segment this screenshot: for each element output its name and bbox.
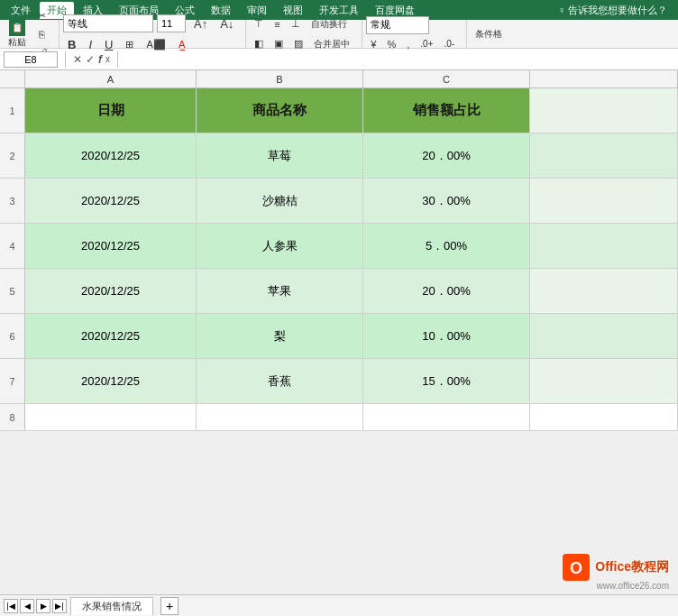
row-num-2: 2 <box>0 133 25 178</box>
product-cell-7[interactable]: 香蕉 <box>197 359 363 403</box>
align-right-button[interactable]: ▨ <box>289 35 307 53</box>
align-top-button[interactable]: ⊤ <box>250 15 268 33</box>
align-bottom-button[interactable]: ⊥ <box>287 15 305 33</box>
currency-button[interactable]: ¥ <box>366 36 380 52</box>
formula-input[interactable] <box>125 51 674 68</box>
percent-button[interactable]: % <box>382 36 400 52</box>
cancel-formula-icon[interactable]: ✕ <box>73 53 82 66</box>
extra-cell-8 <box>530 404 678 430</box>
clipboard-section: 📋 粘贴 ✂ ⎘ 🖌 <box>4 20 60 48</box>
row-num-6: 6 <box>0 314 25 358</box>
column-headers: A B C <box>0 70 678 88</box>
empty-cell-8c[interactable] <box>363 404 530 430</box>
extra-cell-7 <box>530 359 678 403</box>
decimal-dec-button[interactable]: .0- <box>440 36 460 52</box>
conditional-format-button[interactable]: 条件格 <box>471 25 507 43</box>
sales-cell-6[interactable]: 10．00% <box>363 314 530 358</box>
col-header-a[interactable]: A <box>25 70 197 88</box>
corner-cell <box>0 70 25 87</box>
row-num-3: 3 <box>0 179 25 223</box>
sales-cell-7[interactable]: 15．00% <box>363 359 530 403</box>
date-cell-2[interactable]: 2020/12/25 <box>25 133 197 178</box>
product-cell-6[interactable]: 梨 <box>197 314 363 358</box>
extra-cell-2 <box>530 133 678 178</box>
sheet-nav-prev[interactable]: ◀ <box>20 599 34 613</box>
header-sales-cell[interactable]: 销售额占比 <box>363 88 530 133</box>
office-url: www.office26.com <box>597 581 669 591</box>
spreadsheet: A B C 1 日期 商品名称 销售额占比 2 2020/12/25 草莓 20… <box>0 70 678 431</box>
row-num-7: 7 <box>0 359 25 403</box>
date-cell-3[interactable]: 2020/12/25 <box>25 179 197 223</box>
styles-section: 条件格 <box>471 20 514 48</box>
confirm-formula-icon[interactable]: ✓ <box>86 53 95 66</box>
sales-cell-2[interactable]: 20．00% <box>363 133 530 178</box>
date-cell-4[interactable]: 2020/12/25 <box>25 224 197 268</box>
extra-cell-6 <box>530 314 678 358</box>
help-text[interactable]: ♀ 告诉我您想要做什么？ <box>551 2 674 19</box>
extra-cell-3 <box>530 179 678 223</box>
wrap-text-button[interactable]: 自动换行 <box>307 15 352 33</box>
function-suffix: x <box>105 54 110 64</box>
formula-icons: ✕ ✓ fx <box>73 53 110 66</box>
formula-bar-divider <box>65 51 66 68</box>
font-size-input[interactable] <box>157 14 186 32</box>
row-num-5: 5 <box>0 269 25 313</box>
copy-button[interactable]: ⎘ <box>32 26 51 42</box>
toolbar-row1: 📋 粘贴 ✂ ⎘ 🖌 A↑ A↓ B I U ⊞ A⬛ A̲ <box>0 20 678 49</box>
sheet-nav-next[interactable]: ▶ <box>36 599 50 613</box>
sales-cell-4[interactable]: 5．00% <box>363 224 530 268</box>
table-row: 8 <box>0 404 678 431</box>
date-cell-6[interactable]: 2020/12/25 <box>25 314 197 358</box>
formula-bar-divider2 <box>117 51 118 68</box>
add-sheet-button[interactable]: + <box>160 597 179 615</box>
empty-cell-8a[interactable] <box>25 404 197 430</box>
align-middle-button[interactable]: ≡ <box>270 15 284 33</box>
extra-cell-4 <box>530 224 678 268</box>
office-logo-area: O Office教程网 www.office26.com <box>563 554 669 591</box>
insert-function-icon[interactable]: f <box>98 53 102 66</box>
cut-button[interactable]: ✂ <box>32 7 51 24</box>
sales-cell-5[interactable]: 20．00% <box>363 269 530 313</box>
sales-cell-3[interactable]: 30．00% <box>363 179 530 223</box>
header-extra-cell <box>530 88 678 133</box>
col-header-c[interactable]: C <box>363 70 530 88</box>
sheet-nav-last[interactable]: ▶| <box>52 599 67 613</box>
header-product-cell[interactable]: 商品名称 <box>197 88 363 133</box>
underline-button[interactable]: U <box>100 35 117 54</box>
empty-cell-8b[interactable] <box>197 404 363 430</box>
merge-button[interactable]: 合并居中 <box>309 35 354 53</box>
formula-bar: ✕ ✓ fx <box>0 49 678 70</box>
sheet-tab-fruit[interactable]: 水果销售情况 <box>70 597 153 615</box>
product-cell-3[interactable]: 沙糖桔 <box>197 179 363 223</box>
number-section: ¥ % , .0+ .0- <box>366 20 467 48</box>
table-row: 7 2020/12/25 香蕉 15．00% <box>0 359 678 404</box>
col-header-b[interactable]: B <box>197 70 363 88</box>
align-left-button[interactable]: ◧ <box>250 35 268 53</box>
paste-button[interactable]: 📋 粘贴 <box>4 17 31 51</box>
comma-button[interactable]: , <box>402 36 414 52</box>
col-header-d[interactable] <box>530 70 678 88</box>
product-cell-4[interactable]: 人参果 <box>197 224 363 268</box>
font-grow-button[interactable]: A↑ <box>189 14 212 33</box>
office-icon: O <box>563 554 590 581</box>
cell-reference-input[interactable] <box>4 51 58 68</box>
sheet-nav: |◀ ◀ ▶ ▶| <box>4 599 67 613</box>
extra-cell-5 <box>530 269 678 313</box>
svg-text:O: O <box>570 559 582 577</box>
table-row: 3 2020/12/25 沙糖桔 30．00% <box>0 179 678 224</box>
product-cell-2[interactable]: 草莓 <box>197 133 363 178</box>
italic-button[interactable]: I <box>84 35 96 54</box>
date-cell-7[interactable]: 2020/12/25 <box>25 359 197 403</box>
number-format-input[interactable] <box>366 16 429 34</box>
align-section: ⊤ ≡ ⊥ 自动换行 ◧ ▣ ▨ 合并居中 <box>250 20 362 48</box>
header-date-cell[interactable]: 日期 <box>25 88 197 133</box>
font-name-input[interactable] <box>63 14 153 32</box>
align-center-button[interactable]: ▣ <box>270 35 288 53</box>
decimal-inc-button[interactable]: .0+ <box>416 36 437 52</box>
date-cell-5[interactable]: 2020/12/25 <box>25 269 197 313</box>
sheet-nav-first[interactable]: |◀ <box>4 599 18 613</box>
font-section: A↑ A↓ B I U ⊞ A⬛ A̲ <box>63 20 246 48</box>
row-num-1: 1 <box>0 88 25 133</box>
font-shrink-button[interactable]: A↓ <box>215 14 238 33</box>
product-cell-5[interactable]: 苹果 <box>197 269 363 313</box>
